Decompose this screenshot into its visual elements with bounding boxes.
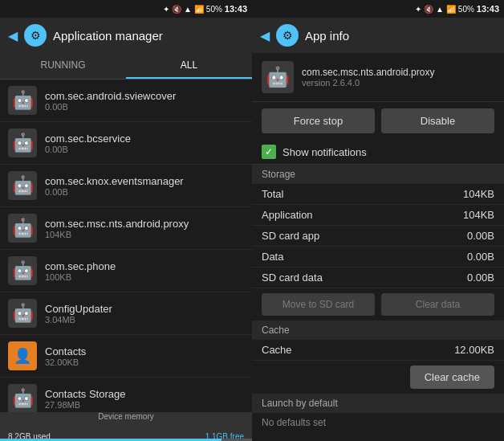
list-item[interactable]: 🤖 ConfigUpdater 3.04MB xyxy=(0,292,252,335)
time-right: 13:43 xyxy=(477,4,499,14)
force-stop-button[interactable]: Force stop xyxy=(262,108,375,133)
time-left: 13:43 xyxy=(225,4,247,14)
storage-total-value: 104KB xyxy=(463,188,494,200)
storage-row-data: Data 0.00B xyxy=(252,247,504,267)
list-item[interactable]: 🤖 com.sec.bcservice 0.00B xyxy=(0,122,252,165)
signal-icon: 📶 xyxy=(194,5,204,14)
top-bar-left: ◀ ⚙ Application manager xyxy=(0,18,252,53)
storage-row-sdcard-data: SD card data 0.00B xyxy=(252,267,504,288)
app-size-1: 0.00B xyxy=(45,145,244,154)
launch-defaults-text: No defaults set xyxy=(252,413,504,432)
launch-section: Launch by default No defaults set xyxy=(252,394,504,441)
app-version: version 2.6.4.0 xyxy=(302,78,434,88)
app-package: com.sec.msc.nts.android.proxy xyxy=(302,67,434,78)
wifi-icon: ▲ xyxy=(184,5,192,14)
storage-sdcard-data-label: SD card data xyxy=(262,272,323,284)
sd-buttons-row: Move to SD card Clear data xyxy=(252,288,504,321)
right-panel-title: App info xyxy=(305,29,349,43)
storage-total-label: Total xyxy=(262,188,283,200)
storage-row-application: Application 104KB xyxy=(252,205,504,226)
storage-data-value: 0.00B xyxy=(467,251,494,263)
status-bar-right: ✦ 🔇 ▲ 📶 50% 13:43 xyxy=(252,0,504,18)
app-name-3: com.sec.msc.nts.android.proxy xyxy=(45,218,244,230)
app-icon-0: 🤖 xyxy=(8,86,37,115)
storage-app-label: Application xyxy=(262,209,313,221)
silent-icon: 🔇 xyxy=(172,5,181,14)
app-name-6: Contacts xyxy=(45,345,244,357)
bt-icon-r: ✦ xyxy=(415,5,421,14)
battery-right: 50% xyxy=(458,5,474,14)
app-icon-3: 🤖 xyxy=(8,214,37,243)
list-item[interactable]: 🤖 com.sec.phone 100KB xyxy=(0,250,252,292)
bt-icon: ✦ xyxy=(163,5,169,14)
battery-left: 50% xyxy=(206,5,222,14)
gear-icon-right: ⚙ xyxy=(276,24,299,47)
device-memory-label: Device memory xyxy=(8,412,244,421)
cache-button-row: Clear cache xyxy=(252,361,504,394)
app-size-4: 100KB xyxy=(45,272,244,282)
app-icon-5: 🤖 xyxy=(8,299,37,328)
cache-section-header: Cache xyxy=(252,321,504,340)
disable-button[interactable]: Disable xyxy=(381,108,494,133)
right-panel-container: ✦ 🔇 ▲ 📶 50% 13:43 ◀ ⚙ App info 🤖 com.sec… xyxy=(252,0,504,441)
storage-sdcard-app-value: 0.00B xyxy=(467,230,494,242)
storage-data-label: Data xyxy=(262,251,283,263)
list-item[interactable]: 🤖 com.sec.android.sviewcover 0.00B xyxy=(0,80,252,122)
storage-app-value: 104KB xyxy=(463,209,494,221)
list-item[interactable]: 🤖 com.sec.knox.eventsmanager 0.00B xyxy=(0,165,252,207)
list-item[interactable]: 🤖 com.sec.msc.nts.android.proxy 104KB xyxy=(0,207,252,250)
notifications-label: Show notifications xyxy=(282,146,367,158)
silent-icon-r: 🔇 xyxy=(424,5,433,14)
list-item[interactable]: 🤖 Contacts Storage 27.98MB xyxy=(0,378,252,412)
tabs-container: RUNNING ALL xyxy=(0,53,252,80)
app-size-2: 0.00B xyxy=(45,187,244,197)
app-size-6: 32.00KB xyxy=(45,357,244,367)
storage-sdcard-data-value: 0.00B xyxy=(467,272,494,284)
left-panel-title: Application manager xyxy=(53,29,163,43)
clear-cache-button[interactable]: Clear cache xyxy=(410,365,494,389)
left-panel-container: ✦ 🔇 ▲ 📶 50% 13:43 ◀ ⚙ Application manage… xyxy=(0,0,252,441)
storage-row-total: Total 104KB xyxy=(252,184,504,205)
app-list: 🤖 com.sec.android.sviewcover 0.00B 🤖 com… xyxy=(0,80,252,412)
app-name-4: com.sec.phone xyxy=(45,260,244,272)
tab-running[interactable]: RUNNING xyxy=(0,53,126,79)
list-item[interactable]: 👤 Contacts 32.00KB xyxy=(0,335,252,378)
cache-value: 12.00KB xyxy=(454,344,494,356)
action-buttons-row: Force stop Disable xyxy=(252,102,504,140)
app-icon-6: 👤 xyxy=(8,341,37,370)
notifications-row[interactable]: ✓ Show notifications xyxy=(252,140,504,165)
app-size-5: 3.04MB xyxy=(45,315,244,325)
cache-row: Cache 12.00KB xyxy=(252,340,504,361)
app-name-7: Contacts Storage xyxy=(45,388,244,400)
storage-sdcard-app-label: SD card app xyxy=(262,230,319,242)
app-info-header: 🤖 com.sec.msc.nts.android.proxy version … xyxy=(252,53,504,102)
back-button-right[interactable]: ◀ xyxy=(260,28,270,43)
notifications-checkbox[interactable]: ✓ xyxy=(262,145,276,159)
app-name-1: com.sec.bcservice xyxy=(45,133,244,145)
signal-icon-r: 📶 xyxy=(446,5,456,14)
app-icon-2: 🤖 xyxy=(8,171,37,200)
clear-data-button[interactable]: Clear data xyxy=(381,293,494,316)
storage-bar: Device memory 8.2GB used 1.1GB free xyxy=(0,412,252,441)
app-name-2: com.sec.knox.eventsmanager xyxy=(45,175,244,187)
app-icon-4: 🤖 xyxy=(8,256,37,285)
gear-icon-left: ⚙ xyxy=(24,24,47,47)
app-size-7: 27.98MB xyxy=(45,400,244,410)
app-name-5: ConfigUpdater xyxy=(45,303,244,315)
wifi-icon-r: ▲ xyxy=(436,5,444,14)
app-size-0: 0.00B xyxy=(45,102,244,112)
app-main-icon: 🤖 xyxy=(262,61,294,93)
cache-label: Cache xyxy=(262,344,292,356)
app-name-0: com.sec.android.sviewcover xyxy=(45,90,244,102)
storage-row-sdcard-app: SD card app 0.00B xyxy=(252,226,504,247)
tab-all[interactable]: ALL xyxy=(126,53,252,79)
app-icon-7: 🤖 xyxy=(8,384,37,412)
status-bar-left: ✦ 🔇 ▲ 📶 50% 13:43 xyxy=(0,0,252,18)
app-size-3: 104KB xyxy=(45,230,244,239)
back-button-left[interactable]: ◀ xyxy=(8,28,18,43)
storage-section-header: Storage xyxy=(252,165,504,184)
app-icon-1: 🤖 xyxy=(8,129,37,157)
launch-section-header: Launch by default xyxy=(252,394,504,413)
move-to-sd-button[interactable]: Move to SD card xyxy=(262,293,375,316)
top-bar-right: ◀ ⚙ App info xyxy=(252,18,504,53)
